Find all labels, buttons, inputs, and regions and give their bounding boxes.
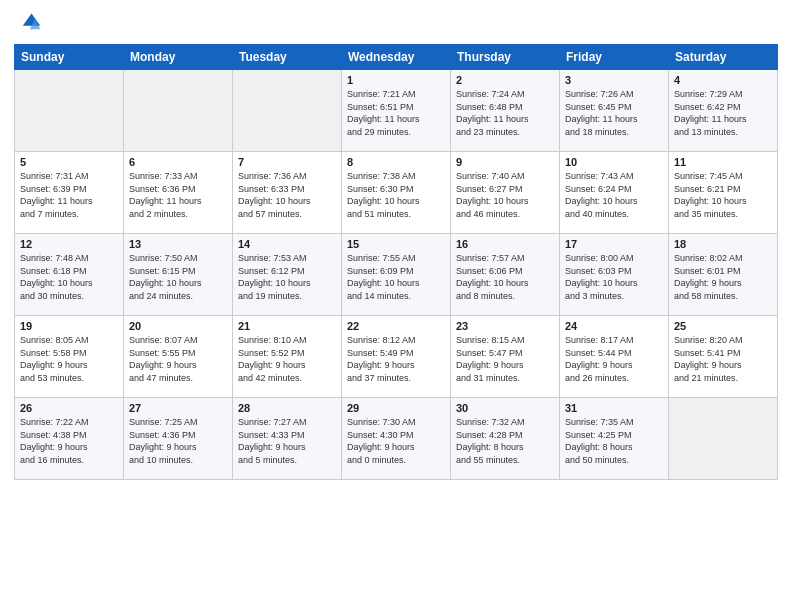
logo-icon [14,10,42,38]
day-number: 10 [565,156,663,168]
calendar-week-5: 26Sunrise: 7:22 AM Sunset: 4:38 PM Dayli… [15,398,778,480]
day-info: Sunrise: 8:10 AM Sunset: 5:52 PM Dayligh… [238,334,336,384]
calendar-cell: 5Sunrise: 7:31 AM Sunset: 6:39 PM Daylig… [15,152,124,234]
day-info: Sunrise: 7:38 AM Sunset: 6:30 PM Dayligh… [347,170,445,220]
day-info: Sunrise: 7:31 AM Sunset: 6:39 PM Dayligh… [20,170,118,220]
day-number: 17 [565,238,663,250]
day-number: 26 [20,402,118,414]
calendar-cell: 25Sunrise: 8:20 AM Sunset: 5:41 PM Dayli… [669,316,778,398]
day-info: Sunrise: 8:05 AM Sunset: 5:58 PM Dayligh… [20,334,118,384]
day-info: Sunrise: 7:35 AM Sunset: 4:25 PM Dayligh… [565,416,663,466]
calendar-cell: 7Sunrise: 7:36 AM Sunset: 6:33 PM Daylig… [233,152,342,234]
weekday-header-tuesday: Tuesday [233,45,342,70]
day-number: 18 [674,238,772,250]
calendar-cell: 11Sunrise: 7:45 AM Sunset: 6:21 PM Dayli… [669,152,778,234]
weekday-header-sunday: Sunday [15,45,124,70]
day-number: 2 [456,74,554,86]
day-number: 3 [565,74,663,86]
calendar-cell: 26Sunrise: 7:22 AM Sunset: 4:38 PM Dayli… [15,398,124,480]
day-info: Sunrise: 7:21 AM Sunset: 6:51 PM Dayligh… [347,88,445,138]
day-number: 28 [238,402,336,414]
weekday-header-thursday: Thursday [451,45,560,70]
day-info: Sunrise: 7:26 AM Sunset: 6:45 PM Dayligh… [565,88,663,138]
calendar-cell: 19Sunrise: 8:05 AM Sunset: 5:58 PM Dayli… [15,316,124,398]
day-info: Sunrise: 7:27 AM Sunset: 4:33 PM Dayligh… [238,416,336,466]
calendar-cell [124,70,233,152]
calendar-table: SundayMondayTuesdayWednesdayThursdayFrid… [14,44,778,480]
day-info: Sunrise: 7:55 AM Sunset: 6:09 PM Dayligh… [347,252,445,302]
calendar-cell: 28Sunrise: 7:27 AM Sunset: 4:33 PM Dayli… [233,398,342,480]
day-number: 29 [347,402,445,414]
day-info: Sunrise: 8:20 AM Sunset: 5:41 PM Dayligh… [674,334,772,384]
calendar-cell: 29Sunrise: 7:30 AM Sunset: 4:30 PM Dayli… [342,398,451,480]
day-number: 23 [456,320,554,332]
calendar-cell [15,70,124,152]
day-info: Sunrise: 7:25 AM Sunset: 4:36 PM Dayligh… [129,416,227,466]
day-info: Sunrise: 8:15 AM Sunset: 5:47 PM Dayligh… [456,334,554,384]
calendar-cell: 9Sunrise: 7:40 AM Sunset: 6:27 PM Daylig… [451,152,560,234]
day-number: 8 [347,156,445,168]
day-info: Sunrise: 7:48 AM Sunset: 6:18 PM Dayligh… [20,252,118,302]
day-info: Sunrise: 8:00 AM Sunset: 6:03 PM Dayligh… [565,252,663,302]
calendar-week-3: 12Sunrise: 7:48 AM Sunset: 6:18 PM Dayli… [15,234,778,316]
weekday-row: SundayMondayTuesdayWednesdayThursdayFrid… [15,45,778,70]
calendar-week-2: 5Sunrise: 7:31 AM Sunset: 6:39 PM Daylig… [15,152,778,234]
calendar-cell: 18Sunrise: 8:02 AM Sunset: 6:01 PM Dayli… [669,234,778,316]
day-number: 31 [565,402,663,414]
calendar-cell: 2Sunrise: 7:24 AM Sunset: 6:48 PM Daylig… [451,70,560,152]
day-info: Sunrise: 8:12 AM Sunset: 5:49 PM Dayligh… [347,334,445,384]
calendar-cell: 12Sunrise: 7:48 AM Sunset: 6:18 PM Dayli… [15,234,124,316]
logo [14,10,46,38]
calendar-cell: 30Sunrise: 7:32 AM Sunset: 4:28 PM Dayli… [451,398,560,480]
calendar-cell: 21Sunrise: 8:10 AM Sunset: 5:52 PM Dayli… [233,316,342,398]
svg-marker-0 [23,14,41,26]
calendar-cell: 4Sunrise: 7:29 AM Sunset: 6:42 PM Daylig… [669,70,778,152]
calendar-header: SundayMondayTuesdayWednesdayThursdayFrid… [15,45,778,70]
day-info: Sunrise: 7:32 AM Sunset: 4:28 PM Dayligh… [456,416,554,466]
day-info: Sunrise: 7:36 AM Sunset: 6:33 PM Dayligh… [238,170,336,220]
day-number: 25 [674,320,772,332]
day-number: 5 [20,156,118,168]
weekday-header-monday: Monday [124,45,233,70]
day-info: Sunrise: 7:43 AM Sunset: 6:24 PM Dayligh… [565,170,663,220]
calendar-body: 1Sunrise: 7:21 AM Sunset: 6:51 PM Daylig… [15,70,778,480]
day-number: 7 [238,156,336,168]
calendar-cell: 31Sunrise: 7:35 AM Sunset: 4:25 PM Dayli… [560,398,669,480]
calendar-cell: 3Sunrise: 7:26 AM Sunset: 6:45 PM Daylig… [560,70,669,152]
calendar-cell: 27Sunrise: 7:25 AM Sunset: 4:36 PM Dayli… [124,398,233,480]
day-number: 12 [20,238,118,250]
day-info: Sunrise: 7:57 AM Sunset: 6:06 PM Dayligh… [456,252,554,302]
calendar-cell: 14Sunrise: 7:53 AM Sunset: 6:12 PM Dayli… [233,234,342,316]
calendar-week-1: 1Sunrise: 7:21 AM Sunset: 6:51 PM Daylig… [15,70,778,152]
day-number: 21 [238,320,336,332]
calendar-cell: 6Sunrise: 7:33 AM Sunset: 6:36 PM Daylig… [124,152,233,234]
day-info: Sunrise: 7:22 AM Sunset: 4:38 PM Dayligh… [20,416,118,466]
day-number: 9 [456,156,554,168]
day-number: 27 [129,402,227,414]
day-number: 24 [565,320,663,332]
day-info: Sunrise: 7:53 AM Sunset: 6:12 PM Dayligh… [238,252,336,302]
day-info: Sunrise: 7:30 AM Sunset: 4:30 PM Dayligh… [347,416,445,466]
day-info: Sunrise: 8:07 AM Sunset: 5:55 PM Dayligh… [129,334,227,384]
day-info: Sunrise: 7:33 AM Sunset: 6:36 PM Dayligh… [129,170,227,220]
day-number: 6 [129,156,227,168]
calendar-cell: 22Sunrise: 8:12 AM Sunset: 5:49 PM Dayli… [342,316,451,398]
calendar-cell: 13Sunrise: 7:50 AM Sunset: 6:15 PM Dayli… [124,234,233,316]
day-number: 13 [129,238,227,250]
day-number: 22 [347,320,445,332]
calendar-cell: 15Sunrise: 7:55 AM Sunset: 6:09 PM Dayli… [342,234,451,316]
calendar-week-4: 19Sunrise: 8:05 AM Sunset: 5:58 PM Dayli… [15,316,778,398]
calendar-cell: 8Sunrise: 7:38 AM Sunset: 6:30 PM Daylig… [342,152,451,234]
day-number: 1 [347,74,445,86]
day-number: 20 [129,320,227,332]
header [14,10,778,38]
day-number: 30 [456,402,554,414]
calendar-cell: 17Sunrise: 8:00 AM Sunset: 6:03 PM Dayli… [560,234,669,316]
calendar-cell: 24Sunrise: 8:17 AM Sunset: 5:44 PM Dayli… [560,316,669,398]
day-number: 19 [20,320,118,332]
day-info: Sunrise: 7:45 AM Sunset: 6:21 PM Dayligh… [674,170,772,220]
day-info: Sunrise: 7:29 AM Sunset: 6:42 PM Dayligh… [674,88,772,138]
page: SundayMondayTuesdayWednesdayThursdayFrid… [0,0,792,612]
calendar-cell: 20Sunrise: 8:07 AM Sunset: 5:55 PM Dayli… [124,316,233,398]
day-number: 15 [347,238,445,250]
